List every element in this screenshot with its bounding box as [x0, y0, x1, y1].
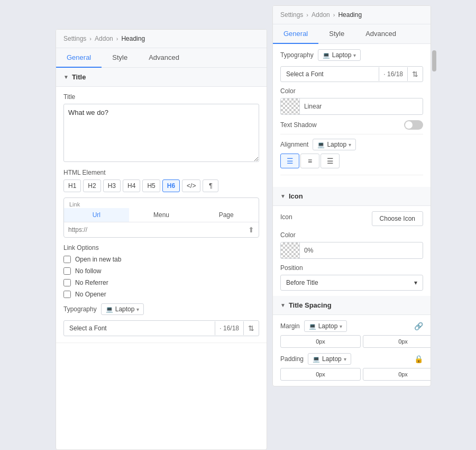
text-shadow-toggle[interactable] [404, 120, 423, 130]
icon-section-label: Icon [289, 192, 303, 200]
position-value: Before Title [286, 279, 318, 286]
icon-color-checker[interactable] [281, 242, 300, 258]
checkbox-new-tab-input[interactable] [63, 256, 71, 263]
tab-general-left[interactable]: General [56, 48, 102, 68]
html-element-buttons: H1 H2 H3 H4 H5 H6 </> ¶ [63, 179, 259, 192]
right-tab-style[interactable]: Style [318, 24, 355, 44]
alignment-buttons: ☰ ≡ ☰ [280, 154, 423, 168]
right-breadcrumb: Settings › Addon › Heading [273, 6, 431, 24]
html-btn-h4[interactable]: H4 [123, 179, 140, 192]
device-label: Laptop [115, 305, 135, 313]
text-shadow-label: Text Shadow [280, 121, 317, 129]
right-device-selector[interactable]: 💻 Laptop ▾ [318, 49, 361, 61]
tab-style-left[interactable]: Style [102, 48, 138, 68]
title-textarea[interactable]: What we do? [63, 104, 259, 162]
upload-icon[interactable]: ⬆ [248, 226, 254, 234]
chevron-down-icon: ▾ [136, 307, 139, 312]
title-section-header[interactable]: ▼ Title [56, 68, 267, 87]
icon-label: Icon [280, 213, 292, 221]
icon-section-header[interactable]: ▼ Icon [273, 187, 431, 206]
title-field-label: Title [63, 93, 259, 101]
align-laptop-icon: 💻 [317, 141, 325, 148]
checkbox-noopener: No Opener [63, 291, 259, 298]
padding-label: Padding [280, 355, 304, 363]
link-type-page[interactable]: Page [194, 208, 259, 222]
right-font-adjust-icon[interactable]: ⇅ [408, 67, 423, 82]
checkbox-noreferrer-label: No Referrer [75, 279, 108, 286]
color-checker[interactable] [281, 98, 300, 114]
right-content: Typography 💻 Laptop ▾ Select a Font · 16… [273, 44, 431, 187]
right-color-label: Color [280, 87, 423, 95]
position-dropdown[interactable]: Before Title ▾ [280, 275, 423, 291]
html-btn-h6[interactable]: H6 [162, 179, 180, 192]
title-spacing-header[interactable]: ▼ Title Spacing [273, 296, 431, 315]
link-fieldset: Link Url Menu Page ⬆ [63, 197, 259, 238]
icon-color-value: 0% [300, 245, 423, 256]
right-font-size: · 16/18 [379, 67, 408, 81]
padding-device-selector[interactable]: 💻 Laptop ▾ [308, 353, 351, 365]
margin-lock-icon[interactable]: 🔗 [414, 322, 423, 330]
html-btn-code[interactable]: </> [182, 179, 200, 192]
align-center-btn[interactable]: ≡ [300, 154, 319, 168]
left-panel: Settings › Addon › Heading General Style… [56, 29, 267, 450]
link-type-tabs: Url Menu Page [64, 208, 259, 222]
html-btn-h5[interactable]: H5 [142, 179, 160, 192]
right-typography-row: Typography 💻 Laptop ▾ [280, 49, 423, 61]
breadcrumb-settings: Settings [63, 35, 86, 42]
left-tabs: General Style Advanced [56, 48, 267, 68]
spacing-arrow-icon: ▼ [280, 302, 286, 308]
alignment-device-selector[interactable]: 💻 Laptop ▾ [313, 139, 356, 150]
text-shadow-row: Text Shadow [280, 120, 423, 130]
icon-arrow-icon: ▼ [280, 193, 286, 199]
font-adjust-icon[interactable]: ⇅ [244, 321, 259, 336]
html-btn-h2[interactable]: H2 [83, 179, 100, 192]
right-panel: Settings › Addon › Heading General Style… [272, 5, 431, 386]
checkbox-nofollow-input[interactable] [63, 267, 71, 275]
checkbox-new-tab-label: Open in new tab [75, 256, 121, 263]
laptop-icon: 💻 [106, 306, 113, 313]
right-tab-advanced[interactable]: Advanced [355, 24, 407, 44]
link-type-url[interactable]: Url [64, 208, 129, 222]
breadcrumb-heading: Heading [121, 35, 145, 42]
right-device-label: Laptop [332, 51, 352, 59]
link-legend: Link [69, 201, 80, 208]
right-tab-general[interactable]: General [273, 24, 318, 44]
margin-laptop-icon: 💻 [309, 323, 316, 330]
padding-right[interactable]: 0px [363, 368, 431, 381]
url-input-wrap: ⬆ [64, 222, 259, 237]
tab-advanced-left[interactable]: Advanced [138, 48, 190, 68]
link-type-menu[interactable]: Menu [129, 208, 194, 222]
right-tabs: General Style Advanced [273, 24, 431, 44]
choose-icon-button[interactable]: Choose Icon [372, 211, 423, 226]
checkbox-noreferrer-input[interactable] [63, 279, 71, 286]
url-input[interactable] [68, 226, 245, 233]
scrollbar-thumb[interactable] [432, 50, 436, 71]
align-right-btn[interactable]: ☰ [321, 154, 340, 168]
title-section-label: Title [72, 73, 86, 81]
padding-lock-icon[interactable]: 🔒 [414, 355, 423, 363]
padding-header: Padding 💻 Laptop ▾ 🔒 [280, 353, 423, 365]
position-chevron-icon: ▾ [414, 279, 417, 286]
margin-chevron-icon: ▾ [340, 323, 342, 329]
align-left-btn[interactable]: ☰ [280, 154, 299, 168]
right-panel-wrap: Settings › Addon › Heading General Style… [267, 0, 431, 450]
html-element-label: HTML Element [63, 169, 259, 176]
margin-device-selector[interactable]: 💻 Laptop ▾ [304, 320, 347, 332]
margin-right[interactable]: 0px [363, 335, 431, 348]
html-btn-para[interactable]: ¶ [203, 179, 218, 192]
padding-device-label: Laptop [322, 355, 342, 363]
padding-top[interactable]: 0px [280, 368, 361, 381]
padding-laptop-icon: 💻 [313, 356, 320, 363]
alignment-row: Alignment 💻 Laptop ▾ [280, 139, 423, 150]
link-options-label: Link Options [63, 244, 259, 251]
icon-color-wrap: 0% [280, 242, 423, 259]
margin-top[interactable]: 0px [280, 335, 361, 348]
checkbox-noopener-input[interactable] [63, 291, 71, 298]
device-selector[interactable]: 💻 Laptop ▾ [101, 303, 144, 315]
checkbox-nofollow-label: No follow [75, 267, 101, 275]
typography-row: Typography 💻 Laptop ▾ [63, 303, 259, 315]
html-btn-h1[interactable]: H1 [63, 179, 81, 192]
html-btn-h3[interactable]: H3 [103, 179, 121, 192]
alignment-label: Alignment [280, 141, 308, 148]
font-size-display: · 16/18 [215, 321, 244, 335]
